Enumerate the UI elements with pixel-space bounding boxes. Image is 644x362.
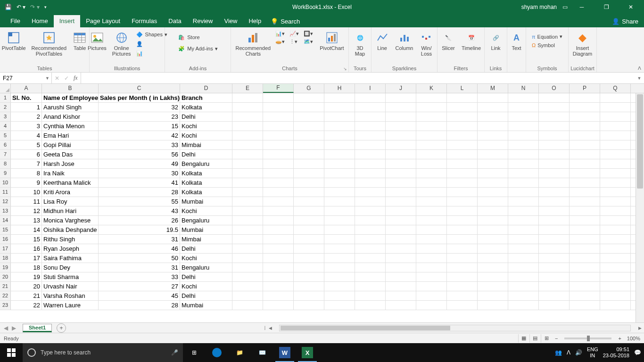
cell[interactable] [447,197,478,206]
cell[interactable] [294,122,324,131]
cell[interactable] [232,244,263,253]
cell[interactable]: Aarushi Singh [42,103,99,112]
cell[interactable] [539,93,570,102]
cell[interactable] [232,103,263,112]
row-header[interactable]: 1 [0,93,11,102]
cell[interactable] [508,188,539,197]
mail-icon[interactable]: ✉️ [251,343,273,362]
hscroll-left-icon[interactable]: ◀ [266,326,274,330]
word-icon[interactable]: W [273,343,296,362]
cell[interactable] [355,263,386,272]
start-button[interactable] [0,343,23,362]
column-header[interactable]: M [478,84,508,93]
table-button[interactable]: Table [70,30,89,52]
cell[interactable] [570,244,600,253]
cell[interactable]: Mimbai [180,235,232,244]
cell[interactable] [478,112,508,121]
sheet-nav-first-icon[interactable]: ◀ [4,325,8,331]
cell[interactable]: 33 [99,272,180,281]
cell[interactable] [570,301,600,310]
cell[interactable] [263,169,294,178]
cell[interactable] [324,178,355,187]
tray-up-icon[interactable]: ᐱ [567,349,570,356]
cell[interactable] [386,235,416,244]
column-header[interactable]: L [447,84,478,93]
cell[interactable] [539,216,570,225]
cell[interactable] [263,263,294,272]
cell[interactable] [508,225,539,234]
cell[interactable] [570,140,600,149]
cell[interactable] [478,178,508,187]
row-header[interactable]: 14 [0,216,11,225]
cell[interactable] [416,188,447,197]
cell[interactable] [355,206,386,215]
cell[interactable] [324,254,355,263]
cell[interactable] [355,272,386,281]
cell[interactable] [447,216,478,225]
tab-review[interactable]: Review [187,15,219,27]
cell[interactable] [263,93,294,102]
sparkline-column-button[interactable]: Column [394,30,415,52]
cell[interactable] [416,244,447,253]
cell[interactable] [386,291,416,300]
cell[interactable]: 26 [99,216,180,225]
cell[interactable] [355,150,386,159]
cell[interactable] [386,131,416,140]
cell[interactable] [232,178,263,187]
cell[interactable] [600,244,631,253]
cell[interactable] [386,169,416,178]
cell[interactable]: 56 [99,150,180,159]
cell[interactable] [294,112,324,121]
cell[interactable] [294,206,324,215]
fx-icon[interactable]: fx [74,74,78,82]
cell[interactable] [478,150,508,159]
cell[interactable]: Rithu Singh [42,235,99,244]
column-header[interactable]: J [386,84,416,93]
cell[interactable]: Branch [180,93,232,102]
cell[interactable] [386,159,416,168]
sparkline-line-button[interactable]: Line [373,30,392,52]
sheet-tab[interactable]: Sheet1 [23,324,52,332]
cell[interactable] [600,178,631,187]
cell[interactable] [447,93,478,102]
cell[interactable] [263,159,294,168]
cell[interactable] [355,282,386,291]
pivottable-button[interactable]: PivotTable [0,30,28,52]
cell[interactable] [600,225,631,234]
equation-button[interactable]: π Equation ▾ [531,33,563,40]
cell[interactable] [447,122,478,131]
cell[interactable]: 17 [11,254,42,263]
sheet-nav-prev-icon[interactable]: ▶ [12,325,16,331]
cell[interactable] [232,112,263,121]
cell[interactable] [232,140,263,149]
cell[interactable] [570,159,600,168]
pie-chart-button[interactable]: 🥧▾ [274,38,288,45]
cell[interactable] [324,140,355,149]
cell[interactable]: 22 [11,301,42,310]
cell[interactable] [508,103,539,112]
hierarchy-chart-button[interactable]: 🔲▾ [303,30,316,37]
cell[interactable]: Midhun Hari [42,206,99,215]
normal-view-icon[interactable]: ▦ [518,334,529,343]
tab-page-layout[interactable]: Page Layout [80,15,126,27]
cell[interactable] [263,206,294,215]
cell[interactable] [478,159,508,168]
cell[interactable]: 16 [11,244,42,253]
cell[interactable] [600,216,631,225]
cell[interactable]: 30 [99,169,180,178]
cell[interactable]: Delhi [180,272,232,281]
lucidchart-button[interactable]: ◆Insert Diagram [571,30,594,58]
cell[interactable] [508,263,539,272]
cell[interactable] [386,122,416,131]
cell[interactable] [478,93,508,102]
cell[interactable]: Kolkata [180,188,232,197]
cell[interactable] [324,150,355,159]
column-header[interactable]: E [232,84,263,93]
row-header[interactable]: 22 [0,291,11,300]
name-box-dropdown-icon[interactable]: ▼ [45,76,50,81]
cell[interactable] [294,301,324,310]
cell[interactable] [232,122,263,131]
column-header[interactable]: C [99,84,180,93]
cell[interactable]: Name of Employee [42,93,99,102]
column-header[interactable]: F [263,84,294,93]
